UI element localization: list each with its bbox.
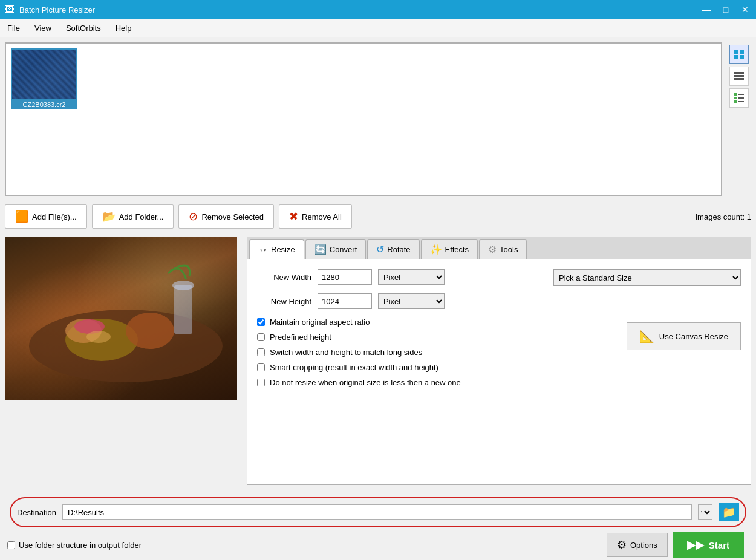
title-bar: 🖼 Batch Picture Resizer — □ ✕ — [0, 0, 756, 19]
minimize-button[interactable]: — — [700, 5, 712, 15]
svg-rect-0 — [734, 50, 738, 54]
add-folder-icon: 📂 — [102, 210, 116, 223]
width-input[interactable] — [318, 269, 372, 285]
aspect-checkbox[interactable] — [257, 318, 265, 326]
remove-all-button[interactable]: ✖ Remove All — [279, 204, 352, 229]
settings-content: New Width Pixel % cm inch New Height — [247, 259, 751, 485]
remove-all-label: Remove All — [302, 212, 342, 221]
options-icon: ⚙ — [617, 538, 627, 552]
image-grid[interactable]: CZ2B0383.cr2 — [5, 42, 722, 196]
svg-rect-7 — [734, 93, 737, 96]
images-count: Images count: 1 — [696, 212, 752, 221]
svg-rect-5 — [734, 75, 744, 77]
svg-rect-2 — [734, 55, 738, 59]
right-fields: Pick a Standard Size — [553, 269, 741, 286]
folder-check-section: Use folder structure in output folder — [7, 541, 142, 550]
browse-icon: 📁 — [722, 506, 735, 519]
tab-rotate[interactable]: ↺ Rotate — [367, 239, 419, 259]
switch-label: Switch width and height to match long si… — [270, 348, 422, 357]
add-folder-label: Add Folder... — [119, 212, 164, 221]
canvas-icon: 📐 — [639, 329, 654, 343]
menu-softorbits[interactable]: SoftOrbits — [64, 22, 103, 34]
start-icon: ▶▶ — [687, 538, 704, 552]
svg-rect-12 — [738, 101, 744, 102]
noresize-label: Do not resize when original size is less… — [270, 378, 461, 387]
destination-dropdown[interactable]: ▾ — [698, 504, 712, 520]
crop-label: Smart cropping (result in exact width an… — [270, 363, 438, 372]
add-folder-button[interactable]: 📂 Add Folder... — [92, 204, 174, 229]
action-buttons: ⚙ Options ▶▶ Start — [607, 532, 744, 558]
checkbox-switch: Switch width and height to match long si… — [257, 348, 614, 357]
preview-image — [5, 237, 237, 400]
canvas-btn-section: 📐 Use Canvas Resize — [627, 317, 741, 393]
svg-point-18 — [172, 281, 194, 290]
svg-rect-8 — [734, 97, 737, 99]
remove-selected-button[interactable]: ⊘ Remove Selected — [178, 204, 274, 229]
svg-rect-3 — [740, 55, 744, 59]
list-item[interactable]: CZ2B0383.cr2 — [11, 48, 77, 109]
tab-rotate-label: Rotate — [387, 245, 410, 254]
title-bar-controls: — □ ✕ — [700, 5, 751, 15]
destination-input[interactable] — [62, 504, 692, 520]
image-filename: CZ2B0383.cr2 — [11, 100, 77, 109]
tab-resize[interactable]: ↔ Resize — [249, 239, 304, 259]
view-controls — [727, 42, 751, 196]
aspect-label: Maintain original aspect ratio — [270, 317, 370, 327]
content-row: ↔ Resize 🔄 Convert ↺ Rotate ✨ Effects ⚙ — [0, 232, 756, 490]
app-icon: 🖼 — [5, 4, 15, 15]
checkbox-height: Predefined height — [257, 333, 614, 342]
canvas-resize-button[interactable]: 📐 Use Canvas Resize — [627, 322, 741, 350]
tab-effects[interactable]: ✨ Effects — [421, 239, 478, 259]
noresize-checkbox[interactable] — [257, 379, 265, 386]
list-view-btn[interactable] — [729, 67, 749, 86]
tab-tools-label: Tools — [500, 245, 518, 254]
checkbox-crop: Smart cropping (result in exact width an… — [257, 363, 614, 372]
destination-section: Destination ▾ 📁 — [5, 492, 751, 530]
destination-bar: Destination ▾ 📁 — [10, 497, 746, 527]
remove-selected-icon: ⊘ — [189, 210, 198, 223]
maximize-button[interactable]: □ — [720, 5, 732, 15]
tools-icon: ⚙ — [488, 244, 497, 255]
effects-icon: ✨ — [430, 244, 442, 255]
tab-convert[interactable]: 🔄 Convert — [305, 239, 367, 259]
remove-all-icon: ✖ — [289, 210, 298, 223]
svg-rect-4 — [734, 72, 744, 74]
menu-bar: File View SoftOrbits Help — [0, 19, 756, 37]
toolbar: 🟧 Add File(s)... 📂 Add Folder... ⊘ Remov… — [0, 201, 756, 232]
height-label: New Height — [257, 297, 311, 306]
width-unit-select[interactable]: Pixel % cm inch — [378, 269, 445, 285]
detail-view-btn[interactable] — [729, 88, 749, 108]
crop-checkbox[interactable] — [257, 363, 265, 371]
canvas-label: Use Canvas Resize — [659, 332, 728, 341]
switch-checkbox[interactable] — [257, 348, 265, 356]
add-files-label: Add File(s)... — [32, 212, 77, 221]
close-button[interactable]: ✕ — [739, 5, 751, 15]
svg-rect-11 — [738, 97, 744, 99]
image-list-area: CZ2B0383.cr2 — [0, 37, 756, 201]
folder-structure-checkbox[interactable] — [7, 541, 15, 549]
width-row: New Width Pixel % cm inch — [257, 269, 544, 285]
menu-view[interactable]: View — [32, 22, 54, 34]
tab-convert-label: Convert — [330, 245, 357, 254]
thumb-inner — [12, 50, 76, 99]
add-files-button[interactable]: 🟧 Add File(s)... — [5, 204, 87, 229]
menu-file[interactable]: File — [5, 22, 22, 34]
height-input[interactable] — [318, 293, 372, 309]
browse-button[interactable]: 📁 — [719, 503, 739, 521]
start-label: Start — [709, 540, 729, 550]
start-button[interactable]: ▶▶ Start — [673, 532, 744, 558]
options-button[interactable]: ⚙ Options — [607, 533, 668, 557]
height-unit-select[interactable]: Pixel % cm inch — [378, 293, 445, 309]
destination-label: Destination — [17, 508, 56, 517]
checkboxes-section: Maintain original aspect ratio Predefine… — [257, 317, 614, 393]
tab-tools[interactable]: ⚙ Tools — [479, 239, 527, 259]
svg-point-15 — [126, 313, 174, 349]
height-checkbox[interactable] — [257, 333, 265, 341]
height-label: Predefined height — [270, 333, 331, 342]
rotate-icon: ↺ — [376, 244, 384, 255]
thumbnail-view-btn[interactable] — [729, 45, 749, 64]
menu-help[interactable]: Help — [113, 22, 134, 34]
svg-rect-10 — [738, 94, 744, 95]
standard-size-select[interactable]: Pick a Standard Size — [553, 269, 741, 286]
svg-rect-9 — [734, 100, 737, 103]
